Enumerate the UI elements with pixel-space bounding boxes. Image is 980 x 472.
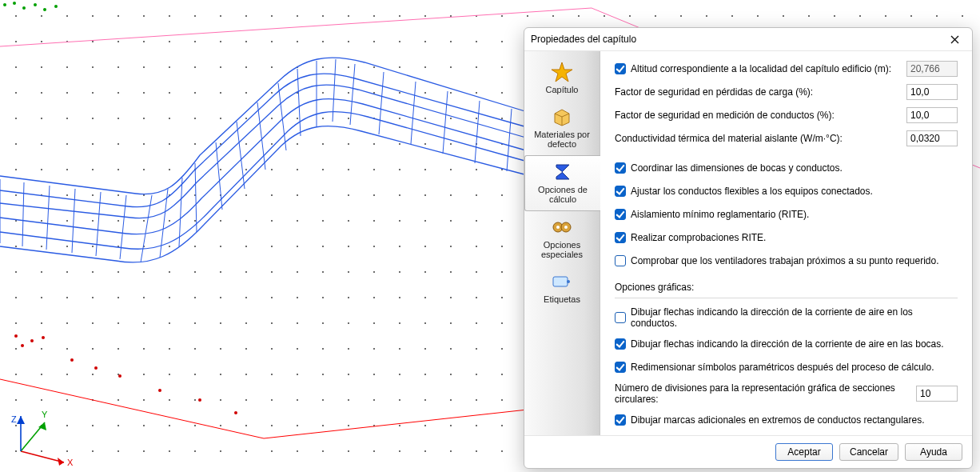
sidebar-item-materiales[interactable]: Materiales por defecto [524, 101, 600, 155]
checkbox-ventiladores[interactable] [615, 255, 626, 266]
label-marcas: Dibujar marcas adicionales en extremos d… [631, 414, 958, 426]
svg-line-39 [411, 82, 416, 144]
sigma-icon [551, 161, 575, 183]
sidebar-item-label: Materiales por defecto [528, 130, 596, 149]
dialog-content: Altitud correspondiente a la localidad d… [600, 51, 972, 435]
svg-line-21 [22, 182, 24, 246]
star-icon [550, 61, 574, 83]
dialog-title: Propiedades del capítulo [531, 34, 943, 45]
svg-point-57 [567, 280, 570, 283]
label-redimensionar: Redimensionar símbolos paramétricos desp… [631, 362, 958, 373]
checkbox-rite[interactable] [615, 232, 626, 243]
svg-line-27 [160, 189, 168, 258]
svg-line-32 [257, 102, 265, 170]
svg-point-18 [43, 8, 46, 11]
svg-line-41 [475, 101, 480, 163]
svg-point-6 [30, 339, 34, 342]
close-icon [950, 35, 959, 44]
label-divisiones: Número de divisiones para la representac… [615, 382, 916, 405]
checkbox-ajustar[interactable] [615, 186, 626, 197]
label-flechas-conductos: Dibujar flechas indicando la dirección d… [631, 306, 958, 329]
svg-line-40 [443, 91, 448, 154]
divider [615, 298, 958, 298]
svg-point-16 [22, 6, 26, 10]
tag-icon [550, 270, 574, 293]
checkbox-redimensionar[interactable] [615, 362, 626, 373]
checkbox-aislamiento[interactable] [615, 209, 626, 220]
help-button[interactable]: Ayuda [905, 443, 962, 461]
svg-point-55 [564, 226, 568, 229]
ok-button[interactable]: Aceptar [775, 443, 833, 461]
checkbox-altitud[interactable] [615, 63, 626, 74]
svg-point-13 [234, 411, 237, 414]
svg-point-14 [3, 3, 6, 6]
axis-label-x: X [67, 458, 74, 467]
cancel-button[interactable]: Cancelar [839, 443, 898, 461]
svg-point-9 [94, 366, 98, 370]
svg-point-5 [21, 344, 24, 347]
label-ajustar: Ajustar los conductos flexibles a los eq… [631, 186, 958, 197]
input-factor-medicion[interactable] [906, 107, 958, 123]
svg-line-24 [96, 192, 101, 256]
label-coordinar: Coordinar las dimensiones de bocas y con… [631, 162, 958, 174]
svg-line-0 [0, 8, 592, 46]
input-divisiones[interactable] [916, 386, 958, 402]
sidebar-item-label: Opciones de cálculo [528, 185, 597, 204]
sidebar-item-opciones-calculo[interactable]: Opciones de cálculo [524, 155, 600, 211]
svg-line-42 [507, 109, 512, 171]
label-flechas-bocas: Dibujar flechas indicando la dirección d… [631, 338, 958, 350]
label-altitud: Altitud correspondiente a la localidad d… [631, 63, 906, 74]
svg-point-19 [54, 5, 58, 8]
dialog-chapter-properties: Propiedades del capítulo Capítulo Materi… [524, 27, 973, 469]
svg-line-22 [46, 186, 50, 250]
svg-line-36 [333, 59, 336, 122]
gears-icon [550, 216, 574, 238]
svg-point-7 [42, 336, 45, 339]
input-altitud[interactable] [906, 61, 958, 77]
svg-line-26 [141, 195, 152, 262]
input-conductividad[interactable] [906, 130, 958, 146]
checkbox-flechas-conductos[interactable] [615, 312, 626, 323]
svg-line-25 [120, 195, 126, 259]
sidebar-tabs: Capítulo Materiales por defecto Opciones… [524, 51, 600, 435]
svg-point-10 [118, 374, 122, 378]
sidebar-item-label: Opciones especiales [528, 240, 596, 259]
label-conductividad: Conductividad térmica del material aisla… [615, 133, 906, 144]
legend-opciones-graficas: Opciones gráficas: [615, 282, 694, 296]
sidebar-item-label: Etiquetas [544, 294, 580, 304]
svg-point-54 [556, 226, 560, 229]
label-aislamiento: Aislamiento mínimo reglamentario (RITE). [631, 209, 958, 220]
sidebar-item-capitulo[interactable]: Capítulo [524, 56, 600, 101]
sidebar-item-label: Capítulo [546, 85, 579, 94]
svg-marker-48 [17, 416, 25, 424]
svg-point-4 [14, 334, 18, 338]
label-factor-carga: Factor de seguridad en pérdidas de carga… [615, 86, 906, 98]
label-rite: Realizar comprobaciones RITE. [631, 232, 958, 243]
checkbox-flechas-bocas[interactable] [615, 338, 626, 350]
axis-label-z: Z [11, 414, 17, 424]
sidebar-item-opciones-especiales[interactable]: Opciones especiales [524, 211, 600, 266]
svg-point-12 [198, 398, 201, 402]
svg-rect-56 [553, 277, 568, 286]
svg-marker-49 [552, 62, 572, 82]
label-ventiladores: Comprobar que los ventiladores trabajan … [631, 255, 958, 266]
svg-line-43 [21, 451, 64, 462]
axis-label-y: Y [42, 410, 48, 419]
svg-line-3 [264, 410, 528, 438]
close-button[interactable] [943, 30, 966, 48]
svg-line-38 [379, 72, 384, 134]
svg-line-30 [216, 142, 222, 210]
svg-line-29 [195, 163, 197, 232]
dialog-titlebar[interactable]: Propiedades del capítulo [524, 28, 972, 50]
svg-point-8 [70, 358, 74, 362]
svg-point-15 [13, 2, 16, 5]
dialog-footer: Aceptar Cancelar Ayuda [524, 436, 972, 468]
sidebar-item-etiquetas[interactable]: Etiquetas [524, 266, 600, 310]
box-icon [550, 106, 574, 128]
checkbox-marcas[interactable] [615, 414, 626, 426]
group-opciones-graficas: Opciones gráficas: Dibujar flechas indic… [615, 282, 958, 435]
svg-line-37 [350, 64, 355, 125]
checkbox-coordinar[interactable] [615, 162, 626, 174]
input-factor-carga[interactable] [906, 84, 958, 100]
svg-line-23 [72, 189, 75, 253]
